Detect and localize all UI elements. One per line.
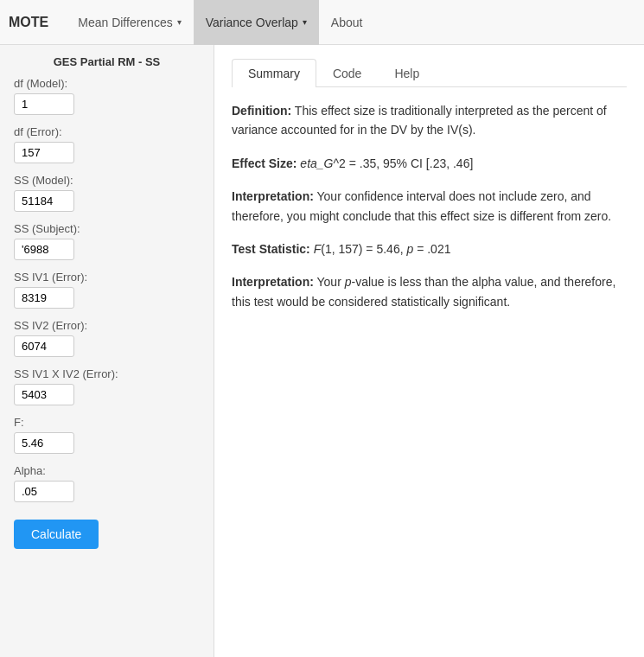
- definition-paragraph: Definition: This effect size is traditio…: [232, 101, 627, 140]
- ss-subject-label: SS (Subject):: [14, 222, 200, 235]
- alpha-input[interactable]: [14, 481, 74, 502]
- ss-iv1-iv2-error-group: SS IV1 X IV2 (Error):: [14, 367, 200, 405]
- summary-panel: Definition: This effect size is traditio…: [232, 101, 627, 311]
- main-container: GES Partial RM - SS df (Model): df (Erro…: [0, 45, 644, 657]
- interpretation2-label: Interpretation:: [232, 275, 314, 289]
- tab-help[interactable]: Help: [378, 59, 436, 87]
- content-area: Summary Code Help Definition: This effec…: [214, 45, 644, 657]
- ss-subject-group: SS (Subject):: [14, 222, 200, 260]
- df-model-group: df (Model):: [14, 77, 200, 115]
- tab-summary[interactable]: Summary: [232, 59, 316, 87]
- nav-item-mean-differences[interactable]: Mean Differences ▾: [66, 0, 193, 45]
- f-value-group: F:: [14, 416, 200, 454]
- f-value-input[interactable]: [14, 432, 74, 454]
- df-error-group: df (Error):: [14, 125, 200, 163]
- ss-model-input[interactable]: [14, 190, 74, 212]
- interpretation1-label: Interpretation:: [232, 189, 314, 203]
- sidebar: GES Partial RM - SS df (Model): df (Erro…: [0, 45, 214, 657]
- calculate-button[interactable]: Calculate: [14, 520, 99, 549]
- nav-item-about[interactable]: About: [319, 0, 375, 45]
- ss-iv1-iv2-error-input[interactable]: [14, 384, 74, 405]
- brand-logo[interactable]: MOTE: [9, 15, 48, 30]
- ss-iv1-error-group: SS IV1 (Error):: [14, 271, 200, 309]
- alpha-label: Alpha:: [14, 464, 200, 477]
- ss-model-label: SS (Model):: [14, 174, 200, 187]
- ss-iv2-error-group: SS IV2 (Error):: [14, 319, 200, 357]
- variance-overlap-caret-icon: ▾: [303, 17, 307, 27]
- ss-iv2-error-input[interactable]: [14, 335, 74, 357]
- definition-label: Definition:: [232, 104, 291, 118]
- effect-size-label: Effect Size:: [232, 156, 296, 170]
- nav-item-mean-differences-label: Mean Differences: [78, 16, 172, 29]
- ss-subject-input[interactable]: [14, 239, 74, 260]
- effect-size-paragraph: Effect Size: eta_G^2 = .35, 95% CI [.23,…: [232, 154, 627, 173]
- df-error-input[interactable]: [14, 142, 74, 163]
- mean-differences-caret-icon: ▾: [177, 17, 182, 27]
- tabs: Summary Code Help: [232, 59, 627, 87]
- test-statistic-paragraph: Test Statistic: F(1, 157) = 5.46, p = .0…: [232, 239, 627, 258]
- df-model-input[interactable]: [14, 93, 74, 115]
- interpretation2-paragraph: Interpretation: Your p-value is less tha…: [232, 272, 627, 311]
- df-error-label: df (Error):: [14, 125, 200, 138]
- f-value-label: F:: [14, 416, 200, 429]
- nav-item-variance-overlap[interactable]: Variance Overlap ▾: [194, 0, 319, 45]
- df-model-label: df (Model):: [14, 77, 200, 90]
- ss-model-group: SS (Model):: [14, 174, 200, 212]
- tab-code[interactable]: Code: [316, 59, 378, 87]
- interpretation1-paragraph: Interpretation: Your confidence interval…: [232, 187, 627, 226]
- ss-iv1-iv2-error-label: SS IV1 X IV2 (Error):: [14, 367, 200, 380]
- ss-iv1-error-label: SS IV1 (Error):: [14, 271, 200, 284]
- ss-iv1-error-input[interactable]: [14, 287, 74, 309]
- test-statistic-text: F(1, 157) = 5.46, p = .021: [314, 242, 451, 256]
- nav-item-variance-overlap-label: Variance Overlap: [206, 16, 298, 29]
- sidebar-title: GES Partial RM - SS: [14, 55, 200, 68]
- alpha-group: Alpha:: [14, 464, 200, 502]
- navbar: MOTE Mean Differences ▾ Variance Overlap…: [0, 0, 644, 45]
- nav-item-about-label: About: [331, 16, 363, 29]
- ss-iv2-error-label: SS IV2 (Error):: [14, 319, 200, 332]
- effect-size-text: eta_G^2 = .35, 95% CI [.23, .46]: [300, 156, 473, 170]
- test-statistic-label: Test Statistic:: [232, 242, 310, 256]
